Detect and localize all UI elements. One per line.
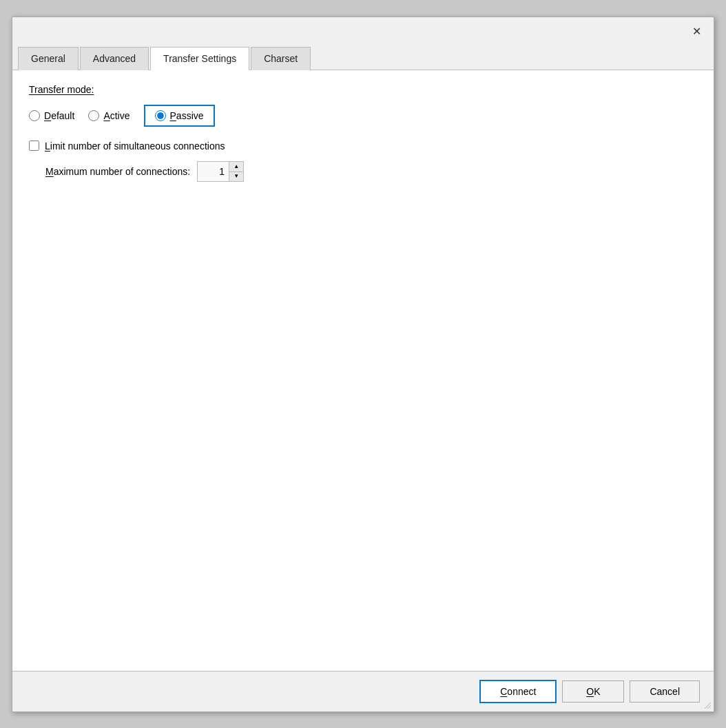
svg-line-2	[710, 708, 711, 709]
connect-label: Connect	[500, 686, 536, 697]
limit-connections-checkbox[interactable]	[29, 141, 39, 151]
spinner-down-button[interactable]: ▼	[229, 171, 243, 181]
tab-transfer-settings[interactable]: Transfer Settings	[150, 47, 249, 70]
tab-bar: General Advanced Transfer Settings Chars…	[12, 46, 714, 70]
spinner-up-button[interactable]: ▲	[229, 162, 243, 171]
limit-connections-label: Limit number of simultaneous connections	[45, 141, 225, 152]
spinner-buttons: ▲ ▼	[229, 162, 243, 181]
spinner-down-icon: ▼	[234, 174, 239, 179]
tab-general[interactable]: General	[18, 47, 79, 70]
radio-default[interactable]	[29, 110, 40, 121]
radio-default-label: Default	[44, 110, 74, 121]
radio-option-active[interactable]: Active	[88, 110, 129, 121]
radio-passive[interactable]	[155, 110, 166, 121]
cancel-button[interactable]: Cancel	[630, 680, 700, 703]
cancel-label: Cancel	[650, 686, 680, 697]
radio-active[interactable]	[88, 110, 99, 121]
ok-button[interactable]: OK	[562, 680, 624, 703]
connect-button[interactable]: Connect	[479, 680, 557, 703]
tab-content-transfer-settings: Transfer mode: Default Active	[12, 70, 714, 671]
resize-handle[interactable]	[701, 699, 711, 709]
ok-label: OK	[586, 686, 600, 697]
title-bar: ✕	[12, 17, 714, 46]
radio-passive-label: Passive	[170, 110, 204, 121]
transfer-mode-label: Transfer mode:	[29, 84, 697, 95]
max-connections-input[interactable]: 1	[198, 162, 229, 181]
limit-connections-row: Limit number of simultaneous connections	[29, 141, 697, 152]
close-icon: ✕	[692, 25, 701, 38]
max-connections-row: Maximum number of connections: 1 ▲ ▼	[45, 161, 697, 182]
tab-charset[interactable]: Charset	[251, 47, 311, 70]
close-button[interactable]: ✕	[686, 21, 707, 42]
tab-advanced[interactable]: Advanced	[80, 47, 149, 70]
max-connections-spinner: 1 ▲ ▼	[197, 161, 244, 182]
dialog: ✕ General Advanced Transfer Settings Cha…	[12, 17, 714, 712]
spinner-up-icon: ▲	[234, 164, 239, 169]
transfer-mode-radio-group: Default Active Passive	[29, 105, 697, 127]
radio-option-default[interactable]: Default	[29, 110, 74, 121]
radio-active-label: Active	[103, 110, 129, 121]
radio-option-passive[interactable]: Passive	[144, 105, 215, 127]
max-connections-label: Maximum number of connections:	[45, 166, 190, 177]
resize-icon	[701, 699, 711, 709]
dialog-footer: Connect OK Cancel	[12, 671, 714, 711]
